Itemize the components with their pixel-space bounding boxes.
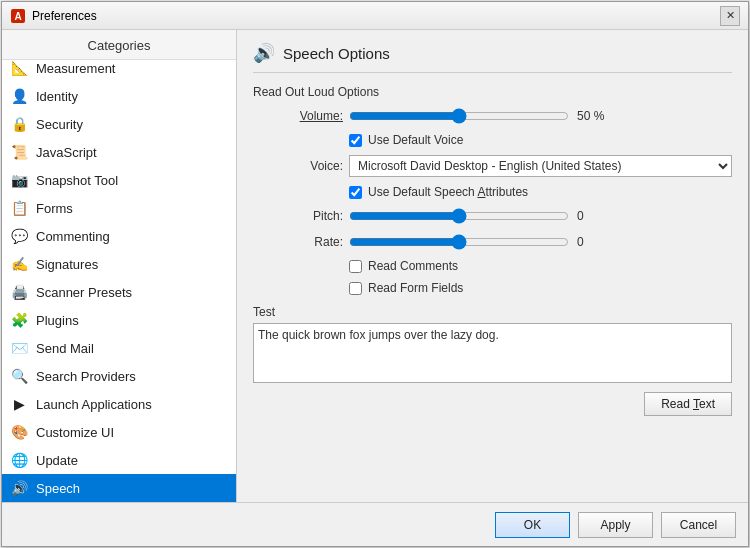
test-section: Test The quick brown fox jumps over the … [253, 305, 732, 416]
read-comments-checkbox[interactable] [349, 260, 362, 273]
cancel-button[interactable]: Cancel [661, 512, 736, 538]
volume-label: Volume: [253, 109, 343, 123]
sidebar: Categories 🔄 Convert from PDF 📐 Measurem… [2, 30, 237, 502]
read-text-button[interactable]: Read Text [644, 392, 732, 416]
sidebar-item-label-plugins: Plugins [36, 313, 79, 328]
sidebar-item-plugins[interactable]: 🧩 Plugins [2, 306, 236, 334]
svg-text:A: A [14, 11, 21, 22]
sidebar-item-label-measurement: Measurement [36, 61, 115, 76]
sidebar-item-search-providers[interactable]: 🔍 Search Providers [2, 362, 236, 390]
preferences-dialog: A Preferences ✕ Categories 🔄 Convert fro… [1, 1, 749, 547]
read-form-fields-row: Read Form Fields [349, 281, 732, 295]
title-bar: A Preferences ✕ [2, 2, 748, 30]
sidebar-item-scanner-presets[interactable]: 🖨️ Scanner Presets [2, 278, 236, 306]
sidebar-item-label-signatures: Signatures [36, 257, 98, 272]
sidebar-item-measurement[interactable]: 📐 Measurement [2, 60, 236, 82]
javascript-icon: 📜 [10, 143, 28, 161]
voice-row: Voice: Microsoft David Desktop - English… [253, 155, 732, 177]
use-default-voice-row: Use Default Voice [349, 133, 732, 147]
signatures-icon: ✍️ [10, 255, 28, 273]
rate-label: Rate: [253, 235, 343, 249]
sidebar-item-label-identity: Identity [36, 89, 78, 104]
use-default-speech-label: Use Default Speech Attributes [368, 185, 528, 199]
sidebar-item-customize-ui[interactable]: 🎨 Customize UI [2, 418, 236, 446]
rate-slider-container: 0 [349, 233, 732, 251]
speech-icon: 🔊 [10, 479, 28, 497]
use-default-voice-checkbox[interactable] [349, 134, 362, 147]
app-icon: A [10, 8, 26, 24]
sidebar-item-launch-applications[interactable]: ▶ Launch Applications [2, 390, 236, 418]
sidebar-item-label-speech: Speech [36, 481, 80, 496]
security-icon: 🔒 [10, 115, 28, 133]
update-icon: 🌐 [10, 451, 28, 469]
sidebar-item-label-send-mail: Send Mail [36, 341, 94, 356]
forms-icon: 📋 [10, 199, 28, 217]
read-comments-row: Read Comments [349, 259, 732, 273]
sidebar-item-label-customize-ui: Customize UI [36, 425, 114, 440]
pitch-value: 0 [577, 209, 612, 223]
volume-slider-container: 50 % [349, 107, 732, 125]
customize-ui-icon: 🎨 [10, 423, 28, 441]
pitch-slider[interactable] [349, 207, 569, 225]
pitch-label: Pitch: [253, 209, 343, 223]
sidebar-item-label-snapshot-tool: Snapshot Tool [36, 173, 118, 188]
sidebar-item-label-forms: Forms [36, 201, 73, 216]
plugins-icon: 🧩 [10, 311, 28, 329]
read-form-fields-label: Read Form Fields [368, 281, 463, 295]
sidebar-list: 🔄 Convert from PDF 📐 Measurement 👤 Ident… [2, 60, 236, 502]
sidebar-item-signatures[interactable]: ✍️ Signatures [2, 250, 236, 278]
snapshot-tool-icon: 📷 [10, 171, 28, 189]
use-default-voice-label: Use Default Voice [368, 133, 463, 147]
panel-icon: 🔊 [253, 42, 275, 64]
test-btn-row: Read Text [253, 392, 732, 416]
close-button[interactable]: ✕ [720, 6, 740, 26]
pitch-row: Pitch: 0 [253, 207, 732, 225]
voice-label: Voice: [253, 159, 343, 173]
sidebar-item-label-update: Update [36, 453, 78, 468]
voice-select[interactable]: Microsoft David Desktop - English (Unite… [349, 155, 732, 177]
measurement-icon: 📐 [10, 60, 28, 77]
sidebar-item-security[interactable]: 🔒 Security [2, 110, 236, 138]
sidebar-item-forms[interactable]: 📋 Forms [2, 194, 236, 222]
panel-header: 🔊 Speech Options [253, 42, 732, 73]
volume-slider[interactable] [349, 107, 569, 125]
test-textarea[interactable]: The quick brown fox jumps over the lazy … [253, 323, 732, 383]
sidebar-item-label-security: Security [36, 117, 83, 132]
dialog-title: Preferences [32, 9, 97, 23]
sidebar-item-label-launch-applications: Launch Applications [36, 397, 152, 412]
sidebar-item-label-javascript: JavaScript [36, 145, 97, 160]
sidebar-item-javascript[interactable]: 📜 JavaScript [2, 138, 236, 166]
sidebar-item-identity[interactable]: 👤 Identity [2, 82, 236, 110]
sidebar-item-label-scanner-presets: Scanner Presets [36, 285, 132, 300]
sidebar-item-speech[interactable]: 🔊 Speech [2, 474, 236, 502]
sidebar-item-send-mail[interactable]: ✉️ Send Mail [2, 334, 236, 362]
bottom-bar: OK Apply Cancel [2, 502, 748, 546]
apply-button[interactable]: Apply [578, 512, 653, 538]
volume-row: Volume: 50 % [253, 107, 732, 125]
identity-icon: 👤 [10, 87, 28, 105]
commenting-icon: 💬 [10, 227, 28, 245]
rate-slider[interactable] [349, 233, 569, 251]
sidebar-item-snapshot-tool[interactable]: 📷 Snapshot Tool [2, 166, 236, 194]
use-default-speech-row: Use Default Speech Attributes [349, 185, 732, 199]
rate-value: 0 [577, 235, 612, 249]
panel-title: Speech Options [283, 45, 390, 62]
pitch-slider-container: 0 [349, 207, 732, 225]
ok-button[interactable]: OK [495, 512, 570, 538]
volume-value: 50 % [577, 109, 612, 123]
scanner-presets-icon: 🖨️ [10, 283, 28, 301]
title-bar-left: A Preferences [10, 8, 97, 24]
sidebar-item-update[interactable]: 🌐 Update [2, 446, 236, 474]
section-read-out-loud: Read Out Loud Options [253, 85, 732, 99]
sidebar-item-label-search-providers: Search Providers [36, 369, 136, 384]
search-providers-icon: 🔍 [10, 367, 28, 385]
rate-row: Rate: 0 [253, 233, 732, 251]
test-section-label: Test [253, 305, 732, 319]
sidebar-header: Categories [2, 30, 236, 60]
use-default-speech-checkbox[interactable] [349, 186, 362, 199]
sidebar-item-label-commenting: Commenting [36, 229, 110, 244]
launch-applications-icon: ▶ [10, 395, 28, 413]
read-form-fields-checkbox[interactable] [349, 282, 362, 295]
read-comments-label: Read Comments [368, 259, 458, 273]
sidebar-item-commenting[interactable]: 💬 Commenting [2, 222, 236, 250]
